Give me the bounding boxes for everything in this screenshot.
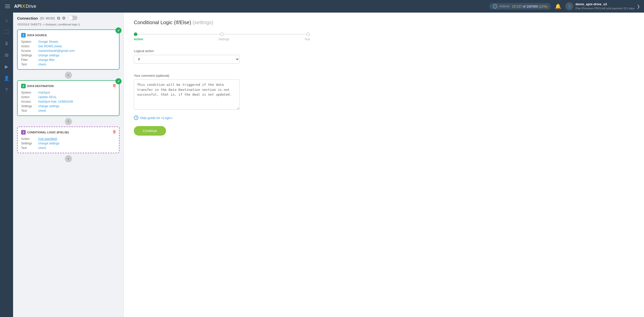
left-panel: Connection (ID: 48192) ⧉ ⚙ GOOGLE SHEETS… [13,13,124,317]
block1-settings-link[interactable]: change settings [38,54,59,57]
user-section: 👤 demo_apix-drive_s3 Plan |Premium PRO| … [565,2,640,10]
block2-access-value[interactable]: HubSpot Hub: 143801645 [38,100,73,103]
block3-action-value[interactable]: (not specified) [38,137,57,141]
steps-labels: Action Settings Test [134,37,310,41]
block2-settings-link[interactable]: change settings [38,104,59,108]
block2-row-test: Test check [21,109,115,112]
user-chevron-icon[interactable]: ❯ [637,4,640,9]
sidebar-item-connections[interactable]: ⛶ [2,27,11,37]
block2-system-value[interactable]: HubSpot [38,91,50,94]
actions-pct: (22%) [539,5,548,8]
comment-group: Your comment (optional) This condition w… [134,74,634,110]
block2-row-system: System HubSpot [21,91,115,94]
help-icon: ? [134,115,138,120]
sidebar-item-apps[interactable]: ⊞ [2,50,11,60]
logo-api: API [14,4,22,9]
block1-row-test: Test check [21,63,115,66]
step3-label: Test [304,37,310,41]
right-panel-title: Conditional Logic (If/Else) (settings) [134,20,634,25]
block3-num: 3 [21,130,26,135]
block-conditional: 🗑 3 CONDITIONAL LOGIC (IF/ELSE) Action (… [17,127,119,153]
block1-checkmark: ✓ [115,27,122,33]
connection-title: Connection [17,16,38,20]
add-connector-1[interactable]: + [65,72,72,79]
copy-icon[interactable]: ⧉ [57,16,60,21]
block1-num: 1 [21,33,26,37]
logical-action-group: Logical action If Else If Else [134,49,634,69]
sidebar-item-home[interactable]: ⌂ [2,16,11,25]
block1-row-settings: Settings change settings [21,54,115,57]
comment-label: Your comment (optional) [134,74,634,77]
notifications-icon[interactable]: 🔔 [554,2,562,10]
actions-label: Actions: [499,5,510,8]
block3-test-link[interactable]: check [38,146,46,150]
right-panel: Conditional Logic (If/Else) (settings) A… [124,13,644,317]
block3-settings-link[interactable]: change settings [38,142,59,145]
add-connector-2[interactable]: + [65,118,72,125]
block2-rows: System HubSpot Action Update DEAL Access… [21,91,115,112]
block2-test-link[interactable]: check [38,109,46,112]
block1-access-value[interactable]: maverickandrii@gmail.com [38,49,74,53]
step1-label: Action [134,37,143,41]
sidebar-item-videos[interactable]: ▶ [2,62,11,71]
connection-header: Connection (ID: 48192) ⧉ ⚙ [17,16,119,21]
block1-title: 1 DATA SOURCE [21,33,115,37]
sidebar-item-billing[interactable]: $ [2,39,11,48]
logo-x: X [22,4,25,9]
block1-row-system: System Google Sheets [21,40,115,44]
sidebar-item-account[interactable]: 👤 [2,73,11,83]
block-destination: ✓ 🗑 2 DATA DESTINATION System HubSpot Ac… [17,80,119,116]
step1-dot [134,32,137,36]
block1-row-action: Action Get ROWS (new) [21,45,115,48]
logical-action-label: Logical action [134,49,634,53]
block-datasource: ✓ 1 DATA SOURCE System Google Sheets Act… [17,29,119,70]
actions-count: 22'137 of 100'000 (22%) [512,5,547,8]
block1-filter-link[interactable]: change filter [38,58,55,62]
block2-delete-icon[interactable]: 🗑 [112,83,116,88]
logo: API X Drive [14,4,36,9]
block2-num: 2 [21,84,26,88]
block3-title: 3 CONDITIONAL LOGIC (IF/ELSE) [21,130,115,135]
settings-icon[interactable]: ⚙ [62,16,65,21]
block1-row-access: Access maverickandrii@gmail.com [21,49,115,53]
actions-used: 22'137 [512,5,522,8]
connection-toggle[interactable] [68,16,77,21]
sidebar-item-help[interactable]: ? [2,85,11,95]
actions-of: of [523,5,526,8]
info-icon: i [493,4,497,9]
block3-rows: Action (not specified) Settings change s… [21,137,115,150]
block3-row-settings: Settings change settings [21,142,115,145]
block2-row-settings: Settings change settings [21,104,115,108]
steps-track [134,32,310,36]
step2-dot [220,32,224,36]
help-text: Help guide for «Logic» [140,116,173,120]
step-line-1 [137,34,220,34]
block2-row-action: Action Update DEAL [21,95,115,99]
block1-rows: System Google Sheets Action Get ROWS (ne… [21,40,115,66]
user-info: demo_apix-drive_s3 Plan |Premium PRO| le… [575,2,635,10]
header: API X Drive i Actions: 22'137 of 100'000… [0,0,644,13]
block2-row-access: Access HubSpot Hub: 143801645 [21,100,115,103]
actions-total: 100'000 [526,5,538,8]
step-line-2 [224,34,306,34]
block2-action-value[interactable]: Update DEAL [38,95,57,99]
step2-label: Settings [218,37,229,41]
block1-system-value[interactable]: Google Sheets [38,40,58,44]
connection-subtitle: GOOGLE SHEETS -> (hubspot, conditional l… [17,23,119,26]
hamburger-menu[interactable] [4,4,11,9]
add-connector-3[interactable]: + [65,155,72,162]
block3-delete-icon[interactable]: 🗑 [112,130,116,134]
help-link[interactable]: ? Help guide for «Logic» [134,115,634,120]
steps-container: Action Settings Test [134,32,310,41]
comment-textarea[interactable]: This condition will be triggered if the … [134,80,239,110]
block1-action-value[interactable]: Get ROWS (new) [38,45,62,48]
logo-drive: Drive [26,4,36,9]
step3-dot [306,32,310,36]
sidebar: ⌂ ⛶ $ ⊞ ▶ 👤 ? [0,13,13,317]
logical-action-select[interactable]: If Else If Else [134,55,239,64]
block1-row-filter: Filter change filter [21,58,115,62]
continue-button[interactable]: Continue [134,126,166,136]
block1-test-link[interactable]: check [38,63,46,66]
block3-row-test: Test check [21,146,115,150]
user-plan: Plan |Premium PRO| left until payment 31… [575,7,635,10]
